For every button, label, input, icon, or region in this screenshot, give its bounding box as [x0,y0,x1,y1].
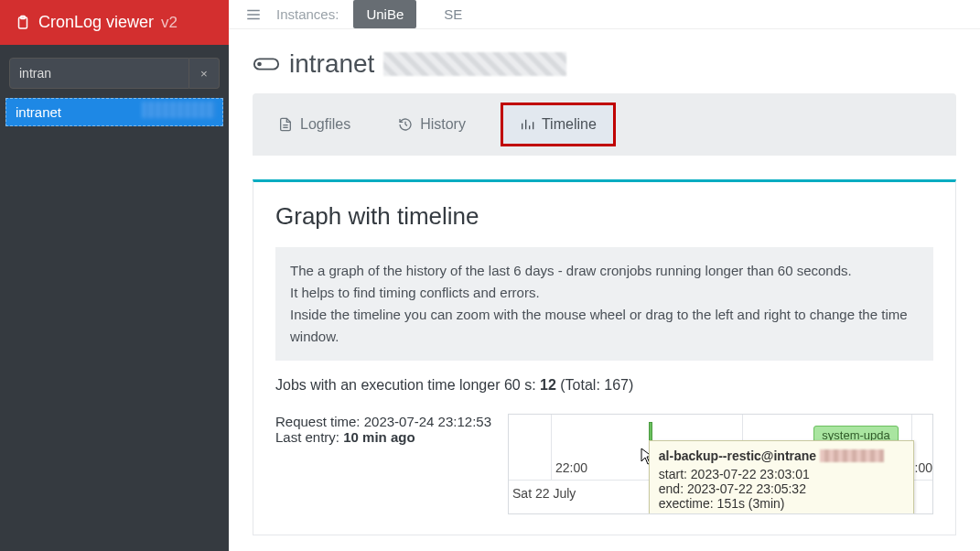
panel: Graph with timeline The a graph of the h… [253,179,956,535]
file-icon [278,117,293,132]
tick-label-partial: :00 [915,460,932,475]
menu-toggle-icon[interactable] [245,6,262,23]
tab-history[interactable]: History [385,107,479,142]
timeline-tooltip: al-backup--restic@intrane start: 2023-07… [649,440,914,514]
brand-version: v2 [161,14,178,32]
redacted-text [383,52,566,76]
tabs: Logfiles History Timeline [253,93,956,156]
svg-point-6 [258,63,261,66]
panel-heading: Graph with timeline [275,202,933,231]
drive-icon [253,53,280,75]
tab-timeline[interactable]: Timeline [501,103,616,146]
page-title: intranet [253,49,956,79]
timeline-chart[interactable]: system-upda 22:00 :00 al-backup--restic@… [508,414,933,514]
tab-logfiles[interactable]: Logfiles [265,107,363,142]
search-input[interactable] [9,58,189,89]
brand: CronLog viewer v2 [0,0,229,45]
search-clear-button[interactable]: × [189,58,220,89]
history-icon [398,117,413,132]
page-title-text: intranet [289,49,374,79]
brand-name: CronLog viewer [38,13,154,32]
instances-label: Instances: [276,6,339,22]
clipboard-icon [15,15,31,31]
request-info: Request time: 2023-07-24 23:12:53 Last e… [275,414,491,445]
chart-icon [520,117,534,132]
tick-label: 22:00 [555,460,587,475]
search: × [9,58,220,89]
sidebar-item-intranet[interactable]: intranet [5,98,223,126]
redacted-text [820,449,884,462]
svg-line-10 [405,124,407,125]
info-box: The a graph of the history of the last 6… [275,247,933,361]
jobs-meta: Jobs with an execution time longer 60 s:… [275,377,933,394]
sidebar-item-label: intranet [16,104,61,120]
date-label: Sat 22 July [512,486,576,501]
instance-tab-se[interactable]: SE [431,0,475,28]
redacted-text [142,102,215,118]
instance-tab-unibe[interactable]: UniBe [353,0,416,28]
